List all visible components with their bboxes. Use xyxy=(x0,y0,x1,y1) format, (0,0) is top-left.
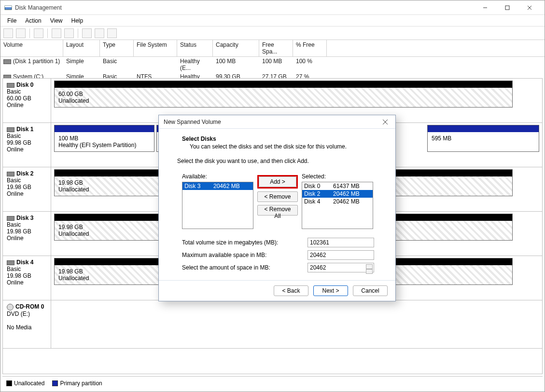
list-item[interactable]: Disk 061437 MB xyxy=(302,182,373,190)
amount-label: Select the amount of space in MB: xyxy=(182,264,307,271)
col-fs[interactable]: File System xyxy=(134,40,177,56)
refresh-icon[interactable] xyxy=(82,28,92,38)
max-space-label: Maximum available space in MB: xyxy=(182,252,307,258)
props-icon[interactable] xyxy=(107,28,117,38)
list-item[interactable]: Disk 420462 MB xyxy=(302,198,373,205)
menu-help[interactable]: Help xyxy=(68,16,87,25)
volume-icon xyxy=(3,59,11,64)
max-space-value: 20462 xyxy=(307,250,374,260)
dialog-title: New Spanned Volume xyxy=(164,119,380,125)
col-capacity[interactable]: Capacity xyxy=(213,40,259,56)
col-volume[interactable]: Volume xyxy=(0,40,63,56)
view-icon[interactable] xyxy=(34,28,43,38)
cell: 100 % xyxy=(293,57,327,72)
window-title: Disk Management xyxy=(15,4,474,11)
disk-icon xyxy=(7,260,14,265)
partition[interactable]: 595 MB xyxy=(427,125,539,152)
layout-icon[interactable] xyxy=(64,28,74,38)
legend-swatch-primary xyxy=(52,380,58,386)
legend-swatch-unalloc xyxy=(6,380,12,386)
amount-input[interactable]: 20462 xyxy=(307,263,374,272)
dialog-close-button[interactable] xyxy=(380,117,391,127)
forward-icon[interactable] xyxy=(16,28,26,38)
svg-rect-1 xyxy=(5,6,12,7)
menubar: File Action View Help xyxy=(0,15,545,27)
legend: Unallocated Primary partition xyxy=(2,376,543,390)
list-item[interactable]: Disk 320462 MB xyxy=(182,182,253,190)
legend-label: Primary partition xyxy=(60,380,102,387)
titlebar: Disk Management xyxy=(0,0,545,15)
menu-file[interactable]: File xyxy=(3,16,20,25)
dialog-instructions: Select the disk you want to use, and the… xyxy=(177,158,382,164)
volume-table-body: (Disk 1 partition 1) Simple Basic Health… xyxy=(0,57,545,76)
col-layout[interactable]: Layout xyxy=(63,40,100,56)
col-type[interactable]: Type xyxy=(100,40,134,56)
add-button[interactable]: Add > xyxy=(259,176,296,187)
add-button-highlight: Add > xyxy=(257,175,298,189)
available-disks-listbox[interactable]: Disk 320462 MB xyxy=(182,182,253,229)
volume-table-header: Volume Layout Type File System Status Ca… xyxy=(0,40,545,57)
back-icon[interactable] xyxy=(3,28,13,38)
dialog-subheader: You can select the disks and set the dis… xyxy=(190,143,382,150)
maximize-button[interactable] xyxy=(496,0,518,15)
col-status[interactable]: Status xyxy=(177,40,213,56)
list-item[interactable]: Disk 220462 MB xyxy=(302,190,373,198)
col-pct[interactable]: % Free xyxy=(293,40,327,56)
legend-label: Unallocated xyxy=(14,380,44,387)
cdrom-row[interactable]: CD-ROM 0DVD (E:)No Media xyxy=(3,300,542,349)
cell: 100 MB xyxy=(213,57,259,72)
help-icon[interactable] xyxy=(52,28,61,38)
minimize-button[interactable] xyxy=(474,0,496,15)
partition[interactable]: 100 MBHealthy (EFI System Partition) xyxy=(54,125,154,152)
new-spanned-volume-dialog: New Spanned Volume Select Disks You can … xyxy=(158,115,396,301)
disk-icon xyxy=(7,172,14,176)
cell-vol: (Disk 1 partition 1) xyxy=(13,58,60,65)
disk-icon xyxy=(7,83,14,88)
remove-all-button[interactable]: < Remove All xyxy=(257,205,298,216)
remove-button[interactable]: < Remove xyxy=(257,191,298,202)
app-icon xyxy=(4,4,12,12)
selected-disks-listbox[interactable]: Disk 061437 MBDisk 220462 MBDisk 420462 … xyxy=(302,182,373,229)
cd-icon xyxy=(7,304,14,311)
disk-icon xyxy=(7,216,14,221)
back-button[interactable]: < Back xyxy=(274,285,308,296)
close-button[interactable] xyxy=(518,0,541,15)
next-button[interactable]: Next > xyxy=(313,285,348,296)
total-size-value: 102361 xyxy=(307,238,374,247)
cell: 100 MB xyxy=(259,57,293,72)
available-label: Available: xyxy=(182,173,253,180)
amount-value: 20462 xyxy=(310,264,326,271)
col-free[interactable]: Free Spa... xyxy=(259,40,293,56)
selected-label: Selected: xyxy=(302,173,373,180)
cancel-button[interactable]: Cancel xyxy=(353,285,388,296)
cell xyxy=(134,57,177,72)
cell: Simple xyxy=(63,57,100,72)
cell: Healthy (E... xyxy=(177,57,213,72)
svg-rect-3 xyxy=(505,6,509,10)
check-icon[interactable] xyxy=(95,28,104,38)
menu-view[interactable]: View xyxy=(46,16,67,25)
partition[interactable]: 60.00 GBUnallocated xyxy=(54,81,513,108)
toolbar xyxy=(0,27,545,40)
table-row[interactable]: (Disk 1 partition 1) Simple Basic Health… xyxy=(0,57,545,72)
spin-up-icon[interactable] xyxy=(366,264,373,269)
cell: Basic xyxy=(100,57,134,72)
spin-down-icon[interactable] xyxy=(366,269,373,274)
menu-action[interactable]: Action xyxy=(21,16,45,25)
disk-icon xyxy=(7,127,14,132)
dialog-header: Select Disks xyxy=(182,135,382,142)
total-size-label: Total volume size in megabytes (MB): xyxy=(182,239,307,246)
